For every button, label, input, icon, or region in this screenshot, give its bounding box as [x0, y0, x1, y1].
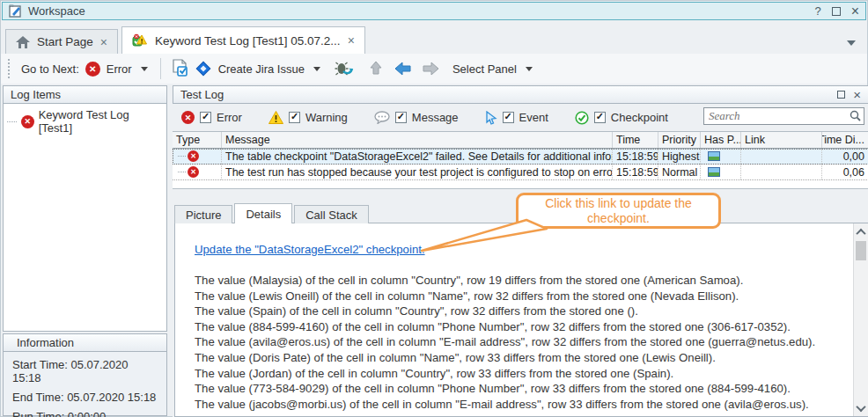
table-row[interactable]: ✕ The test run has stopped because your …: [173, 165, 868, 180]
window-title: Workspace: [28, 4, 85, 18]
tab-start-page[interactable]: Start Page ×: [5, 29, 118, 54]
has-picture-cell: [701, 165, 741, 179]
log-messages-grid: Type Message Time Priority Has P... Link…: [173, 131, 868, 189]
tab-details[interactable]: Details: [234, 203, 292, 223]
scroll-down-button[interactable]: [854, 400, 868, 415]
create-jira-dropdown-icon[interactable]: [313, 67, 320, 71]
test-log-header: Test Log ×: [173, 85, 868, 104]
up-arrow-icon[interactable]: [369, 61, 383, 77]
end-time-text: End Time: 05.07.2020 15:18: [4, 391, 166, 404]
tree-leader-line: [7, 121, 17, 122]
error-icon: ✕: [188, 150, 199, 162]
grid-header-row: Type Message Time Priority Has P... Link…: [173, 131, 868, 149]
vertical-scrollbar[interactable]: [853, 223, 868, 416]
tab-label: Start Page: [37, 35, 93, 48]
detail-line: The value (Lewis Oneill) of the cell in …: [195, 289, 842, 304]
workspace-icon: [9, 4, 22, 18]
warning-checkbox[interactable]: [289, 112, 300, 123]
row-leader-line: [178, 172, 186, 172]
search-box: [703, 107, 864, 125]
event-icon: [485, 111, 497, 125]
details-pane: Update the "DataStorageExcel2" checkpoin…: [174, 223, 868, 417]
link-cell: [741, 165, 822, 179]
information-title: Information: [17, 336, 74, 349]
type-cell: ✕: [173, 149, 222, 164]
filter-warning: Warning: [268, 111, 348, 124]
time-cell: 15:18:59: [613, 149, 658, 164]
error-checkbox[interactable]: [200, 112, 211, 123]
message-checkbox[interactable]: [395, 112, 407, 123]
select-panel-button[interactable]: Select Panel: [452, 62, 517, 76]
filter-label: Warning: [305, 111, 348, 124]
column-header-has-picture[interactable]: Has P...: [701, 132, 741, 148]
panel-maximize-button[interactable]: [837, 91, 845, 99]
close-button[interactable]: ×: [851, 4, 859, 19]
log-items-panel: Log Items ✕ Keyword Test Log [Test1]: [3, 85, 167, 332]
title-bar: Workspace ? ×: [2, 2, 866, 20]
home-icon: [16, 36, 30, 48]
test-log-result-icon: [132, 33, 148, 48]
next-arrow-icon[interactable]: [422, 62, 439, 76]
log-item-label: Keyword Test Log [Test1]: [39, 108, 165, 135]
column-header-time-diff[interactable]: Time Di...: [822, 132, 868, 148]
detail-line: The value (Spain) of the cell in column …: [195, 304, 842, 319]
detail-line: The value (avila@eros.us) of the cell in…: [195, 334, 842, 350]
create-jira-issue-button[interactable]: Create Jira Issue: [218, 62, 305, 76]
jira-icon: [195, 60, 212, 77]
details-report-icon[interactable]: [171, 59, 188, 78]
maximize-button[interactable]: [832, 7, 841, 16]
workspace-window: Workspace ? × Start Page ×: [0, 0, 868, 417]
column-header-time[interactable]: Time: [613, 132, 658, 148]
post-defect-icon[interactable]: [335, 60, 356, 77]
search-input[interactable]: [703, 107, 864, 125]
test-log-title: Test Log: [180, 88, 224, 101]
tab-overflow-chevron-icon[interactable]: [847, 40, 856, 46]
column-header-message[interactable]: Message: [222, 132, 613, 148]
detail-line: The value (jacobs@morbi.us) of the cell …: [195, 397, 842, 413]
table-row[interactable]: ✕ The table checkpoint "DataStorageExcel…: [173, 149, 868, 165]
tab-close-icon[interactable]: ×: [348, 33, 355, 48]
priority-cell: Highest: [658, 149, 701, 164]
checkpoint-checkbox[interactable]: [594, 112, 606, 123]
panel-close-button[interactable]: ×: [853, 87, 861, 102]
test-log-panel: Test Log × ✕ Error: [173, 85, 868, 417]
filter-message: Message: [374, 111, 459, 124]
picture-icon: [708, 151, 720, 161]
start-time-text: Start Time: 05.07.2020 15:18: [4, 358, 166, 384]
checkpoint-icon: [575, 111, 589, 125]
tab-picture[interactable]: Picture: [174, 205, 232, 223]
toolbar-grip[interactable]: [8, 59, 11, 78]
column-header-priority[interactable]: Priority: [658, 132, 701, 148]
previous-arrow-icon[interactable]: [394, 62, 412, 76]
event-checkbox[interactable]: [503, 112, 514, 123]
message-icon: [374, 111, 390, 124]
error-icon: ✕: [21, 115, 34, 128]
tab-keyword-test-log[interactable]: Keyword Test Log [Test1] 05.07.2... ×: [121, 26, 365, 54]
tab-close-icon[interactable]: ×: [100, 35, 107, 49]
log-items-title: Log Items: [11, 88, 61, 101]
detail-line: The value (884-599-4160) of the cell in …: [195, 319, 842, 335]
scroll-thumb[interactable]: [856, 241, 866, 260]
select-panel-dropdown-icon[interactable]: [526, 67, 533, 71]
detail-line: The value (Doris Pate) of the cell in co…: [195, 350, 842, 366]
column-header-link[interactable]: Link: [741, 132, 822, 148]
warning-icon: [268, 111, 283, 124]
tab-call-stack[interactable]: Call Stack: [294, 205, 369, 223]
log-tree-item-keyword-test-log[interactable]: ✕ Keyword Test Log [Test1]: [4, 104, 166, 137]
go-to-next-label: Go to Next:: [21, 62, 79, 76]
help-button[interactable]: ?: [814, 4, 820, 18]
grid-empty-area: [173, 180, 868, 189]
filter-error: ✕ Error: [181, 111, 242, 124]
filter-label: Message: [412, 111, 459, 124]
detail-line: The value (Malaysia) of the cell in colu…: [195, 273, 842, 289]
filter-label: Error: [217, 111, 242, 124]
go-to-next-value[interactable]: Error: [107, 62, 132, 76]
scroll-up-button[interactable]: [854, 224, 868, 239]
message-cell: The test run has stopped because your te…: [222, 165, 613, 179]
error-icon: ✕: [85, 62, 100, 77]
update-checkpoint-link[interactable]: Update the "DataStorageExcel2" checkpoin…: [195, 243, 425, 256]
time-diff-cell: 0,00: [822, 149, 868, 164]
type-cell: ✕: [173, 165, 222, 179]
column-header-type[interactable]: Type: [173, 132, 222, 148]
go-to-next-dropdown-icon[interactable]: [141, 67, 148, 71]
